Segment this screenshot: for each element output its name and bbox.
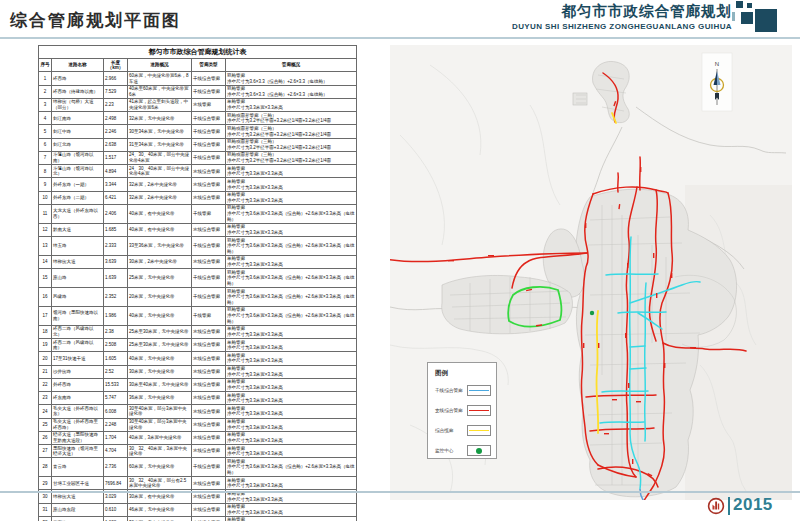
legend-item-label: 综合缆廊 (435, 428, 467, 433)
table-row: 27墨阳快速路（银河路至经济大道）4.70430、32、40米宽，3米宽中央绿化… (39, 445, 357, 458)
table-title: 都匀市市政综合管廊规划统计表 (39, 46, 357, 59)
table-cell: 2.352 (104, 288, 128, 307)
table-cell: 40米宽，无中央绿化带 (128, 306, 192, 325)
table-cell: 环西路（待建路以南） (52, 85, 104, 98)
table-cell: 单舱管廊 净空尺寸为3.3米宽×3.3米高 (226, 378, 357, 391)
legend-title: 图例 (435, 369, 491, 378)
company-logo-icon (707, 497, 725, 515)
table-cell: 单舱管廊 净空尺寸为3.3米宽×3.3米高 (226, 392, 357, 405)
table-cell: 60米宽，中央绿化带宽6米，8车道 (128, 72, 192, 85)
table-cell: 斗篷山路（银河路以北） (52, 165, 104, 178)
table-cell: 2.38 (104, 325, 128, 338)
legend-item: 干线综合管廊 (435, 385, 491, 396)
table-cell: 干线综合管廊 (192, 112, 226, 125)
table-cell: 32 (39, 516, 52, 521)
table-cell: 6 (39, 138, 52, 151)
table-cell: 30、32、40米宽，3米宽中央绿化带 (128, 445, 192, 458)
table-row: 19环西二路（风啸路以南）2.50825米至30米宽，无中央绿化带支线综合管廊单… (39, 339, 357, 352)
table-cell: 双舱或圆形管廊（三舱） 净空尺寸为3.2半径半圆+3.2米径1/4圆+3.2米径… (226, 112, 357, 125)
page-title: 综合管廊规划平面图 (10, 9, 181, 32)
table-cell: 6.008 (104, 405, 128, 418)
table-cell: 7 (39, 151, 52, 164)
header-divider (0, 37, 800, 39)
table-cell: 25米至30米宽，无中央绿化带 (128, 325, 192, 338)
table-cell: 40米宽，无中央绿化带 (128, 352, 192, 365)
table-cell: 25米宽，无中央绿化带 (128, 269, 192, 288)
table-row: 32云宫路1.60836米宽，无中央绿化带支线综合管廊单舱管廊 净空尺寸为3.3… (39, 516, 357, 521)
table-cell: 纬柳街大道 (52, 255, 104, 268)
table-cell: 单舱管廊 净空尺寸为3.3米宽×3.3米高 (226, 255, 357, 268)
table-cell: 2.23 (104, 98, 128, 111)
table-cell: 2 (39, 85, 52, 98)
project-title-en: DUYUN SHI SHIZHENG ZONGHEGUANLANG GUIHUA (512, 22, 732, 31)
table-cell: 支线综合管廊 (192, 165, 226, 178)
table-cell: 单舱管廊 净空尺寸为3.3米宽×3.3米高 (226, 98, 357, 111)
table-row: 5剑江中路2.24630至34米宽，无中央绿化带干线综合管廊双舱或圆形管廊（三舱… (39, 125, 357, 138)
table-cell: 单舱管廊 净空尺寸为3.3米宽×3.3米高 (226, 165, 357, 178)
table-cell: 单舱管廊 净空尺寸为3.3米宽×3.3米高 (226, 365, 357, 378)
table-cell: 32米宽，2米中央绿化带 (128, 178, 192, 191)
table-cell: 原山路 (52, 269, 104, 288)
table-cell: 28 (39, 458, 52, 477)
table-cell: 单舱管廊 净空尺寸为3.3米宽×3.3米高 (226, 178, 357, 191)
table-cell: 2.52 (104, 365, 128, 378)
table-cell: 支线综合管廊 (192, 392, 226, 405)
table-cell: 31 (39, 503, 52, 516)
table-cell: 单舱管廊 净空尺寸为3.3米宽×3.3米高 (226, 418, 357, 431)
gallery-statistics-table-wrap: 都匀市市政综合管廊规划统计表序号道路名称长度（km）道路概况管廊类型管廊概况1环… (38, 45, 356, 488)
table-cell: 云宫路 (52, 516, 104, 521)
table-cell: 24 (39, 405, 52, 418)
table-cell: 支线综合管廊 (192, 418, 226, 431)
table-cell: 双舱管廊 净空尺寸为3.6米宽×3.3米高（综合舱）+2.6米宽×3.3米高（电… (226, 204, 357, 223)
table-cell: 40米宽，有中央绿化带 (128, 223, 192, 236)
table-cell: 14 (39, 255, 52, 268)
table-cell: 32米宽，无中央绿化带 (128, 112, 192, 125)
table-row: 2环西路（待建路以南）7.52940米至60米宽，中央绿化带宽6米干线综合管廊双… (39, 85, 357, 98)
table-cell: 27 (39, 445, 52, 458)
legend-item: 支线综合管廊 (435, 405, 491, 416)
table-cell: 1.704 (104, 431, 128, 444)
table-cell: 3.639 (104, 255, 128, 268)
table-row: 31原山路东段0.61046米宽，无中央绿化带支线综合管廊单舱管廊 净空尺寸为3… (39, 503, 357, 516)
table-row: 25毛尖大道（外环西路至环西路）2.24830至40米宽，部分3米宽中央绿化带支… (39, 418, 357, 431)
table-cell: 单舱管廊 净空尺寸为3.3米宽×3.3米高 (226, 325, 357, 338)
table-cell: 8 (39, 165, 52, 178)
logo-square-icon (736, 1, 743, 8)
table-cell: 风啸路 (52, 288, 104, 307)
table-cell: 原山路东段 (52, 503, 104, 516)
table-cell: 大龙大道（外环东路以西） (52, 204, 104, 223)
legend-swatch (467, 445, 491, 456)
table-cell: 纬柳街（勾桥）大道（部分） (52, 98, 104, 111)
legend-item-label: 支线综合管廊 (435, 408, 467, 413)
table-cell: 青云路 (52, 458, 104, 477)
table-cell: 2.508 (104, 339, 128, 352)
table-cell: 22 (39, 378, 52, 391)
table-column-header: 序号 (39, 59, 52, 72)
table-cell: 6.421 (104, 191, 128, 204)
table-cell: 30至40米宽，部分3米宽中央绿化带 (128, 405, 192, 418)
table-cell: 干线管廊 (192, 204, 226, 223)
table-cell: 2.248 (104, 418, 128, 431)
table-cell: 40米至60米宽，中央绿化带宽6米 (128, 85, 192, 98)
table-cell: 经济大道（墨阳快速路至黔南大道段） (52, 431, 104, 444)
table-cell: 支线综合管廊 (192, 516, 226, 521)
table-row: 17银河路（墨阳快速路以南）1.98640米宽，无中央绿化带干线管廊双舱管廊 净… (39, 306, 357, 325)
table-cell: 支线综合管廊 (192, 255, 226, 268)
table-cell: 30、32、40米宽，部分有2.5米宽中央绿化带 (128, 477, 192, 490)
table-cell: 40米宽，有中央绿化带 (128, 204, 192, 223)
table-row: 8斗篷山路（银河路以北）4.89424、30、40米宽，部分中央绿化带4米宽支线… (39, 165, 357, 178)
table-cell: 30至40米宽，部分3米宽中央绿化带 (128, 418, 192, 431)
table-cell: 支线管廊 (192, 98, 226, 111)
footer-divider (0, 491, 800, 493)
table-cell: 单舱管廊 净空尺寸为3.3米宽×3.3米高 (226, 516, 357, 521)
table-column-header: 管廊类型 (192, 59, 226, 72)
table-cell: 环西二路（风啸路以南） (52, 339, 104, 352)
table-cell: 支线综合管廊 (192, 503, 226, 516)
table-cell: 15 (39, 269, 52, 288)
table-cell: 30米宽，无中央绿化带 (128, 365, 192, 378)
table-cell: 单舱管廊 净空尺寸为3.3米宽×3.3米高 (226, 191, 357, 204)
table-cell: 7.529 (104, 85, 128, 98)
table-row: 13纬五路2.33333至36米宽，无中央绿化带干线综合管廊双舱管廊 净空尺寸为… (39, 237, 357, 256)
table-row: 24毛尖大道（外环西路以东）6.00830至40米宽，部分3米宽中央绿化带支线综… (39, 405, 357, 418)
table-cell: 双舱管廊 净空尺寸为3.6×3.3（综合舱）+2.6×3.3（电缆舱） (226, 72, 357, 85)
